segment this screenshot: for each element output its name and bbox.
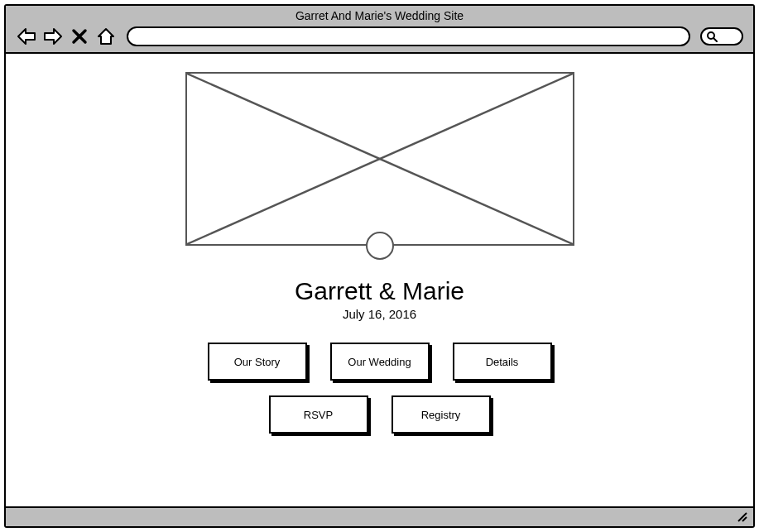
details-button[interactable]: Details [453, 343, 552, 381]
search-box[interactable] [700, 27, 743, 46]
hero-area [185, 72, 574, 256]
placeholder-cross-icon [187, 74, 573, 244]
window-title: Garret And Marie's Wedding Site [295, 9, 464, 22]
svg-line-4 [738, 513, 747, 521]
home-icon[interactable] [95, 26, 117, 47]
browser-window: Garret And Marie's Wedding Site [4, 4, 755, 528]
wedding-date: July 16, 2016 [343, 307, 416, 321]
stop-icon[interactable] [69, 26, 90, 47]
back-arrow-icon[interactable] [16, 26, 37, 47]
our-story-button[interactable]: Our Story [208, 343, 307, 381]
carousel-indicator-icon[interactable] [366, 232, 394, 260]
nav-buttons: Our Story Our Wedding Details RSVP Regis… [208, 343, 552, 434]
hero-image-placeholder [185, 72, 574, 246]
page-title: Garrett & Marie [295, 277, 464, 305]
rsvp-button[interactable]: RSVP [269, 395, 368, 434]
address-bar[interactable] [127, 26, 690, 46]
resize-grip-icon[interactable] [737, 511, 748, 523]
nav-row-1: Our Story Our Wedding Details [208, 343, 552, 381]
svg-line-5 [742, 517, 747, 521]
browser-chrome: Garret And Marie's Wedding Site [6, 6, 753, 54]
browser-toolbar [6, 26, 753, 47]
registry-button[interactable]: Registry [392, 395, 491, 434]
forward-arrow-icon[interactable] [42, 26, 64, 47]
svg-line-1 [713, 38, 717, 41]
status-bar [6, 506, 753, 526]
nav-row-2: RSVP Registry [269, 395, 491, 434]
page-content: Garrett & Marie July 16, 2016 Our Story … [6, 54, 753, 506]
our-wedding-button[interactable]: Our Wedding [330, 343, 430, 381]
search-icon [706, 31, 718, 42]
